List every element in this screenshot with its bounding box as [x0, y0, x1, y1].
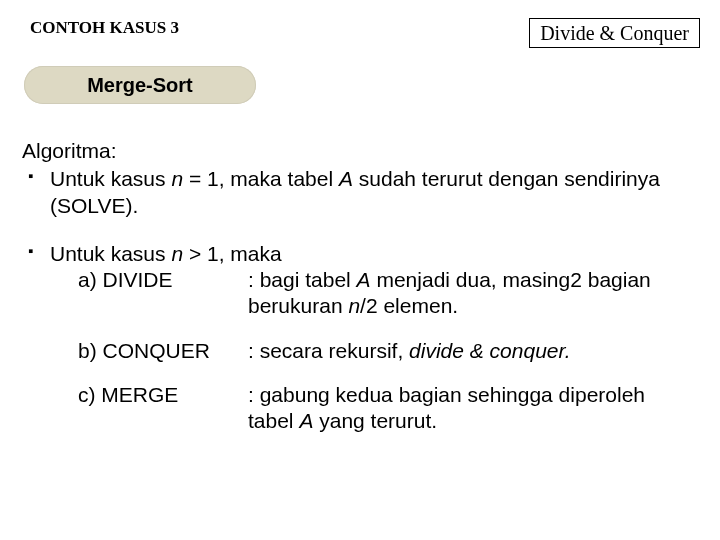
step-a-label: a) DIVIDE: [78, 267, 248, 320]
var-n: n: [171, 242, 183, 265]
step-b: b) CONQUER : secara rekursif, divide & c…: [78, 338, 692, 364]
var-n: n: [171, 167, 183, 190]
var-a: A: [339, 167, 353, 190]
step-c-desc: : gabung kedua bagian sehingga diperoleh…: [248, 382, 692, 435]
em-text: divide & conquer.: [409, 339, 571, 362]
algo-heading: Algoritma:: [22, 138, 692, 164]
text: = 1, maka tabel: [183, 167, 339, 190]
text: Untuk kasus: [50, 242, 171, 265]
step-a-desc: : bagi tabel A menjadi dua, masing2 bagi…: [248, 267, 692, 320]
text: /2 elemen.: [360, 294, 458, 317]
var-a: A: [357, 268, 371, 291]
topic-pill-label: Merge-Sort: [87, 74, 193, 97]
var-a: A: [299, 409, 313, 432]
step-c: c) MERGE : gabung kedua bagian sehingga …: [78, 382, 692, 435]
topic-pill: Merge-Sort: [24, 66, 256, 104]
text: : secara rekursif,: [248, 339, 409, 362]
divide-conquer-box: Divide & Conquer: [529, 18, 700, 48]
text: > 1, maka: [183, 242, 282, 265]
text: yang terurut.: [313, 409, 437, 432]
step-b-label: b) CONQUER: [78, 338, 248, 364]
step-a: a) DIVIDE : bagi tabel A menjadi dua, ma…: [78, 267, 692, 320]
step-c-label: c) MERGE: [78, 382, 248, 435]
step-b-desc: : secara rekursif, divide & conquer.: [248, 338, 692, 364]
bullet-2: Untuk kasus n > 1, maka a) DIVIDE : bagi…: [50, 241, 692, 435]
case-title: CONTOH KASUS 3: [30, 18, 179, 38]
bullet-1: Untuk kasus n = 1, maka tabel A sudah te…: [50, 166, 692, 219]
text: Untuk kasus: [50, 167, 171, 190]
text: : bagi tabel: [248, 268, 357, 291]
var-n: n: [348, 294, 360, 317]
content-area: Algoritma: Untuk kasus n = 1, maka tabel…: [0, 104, 720, 434]
